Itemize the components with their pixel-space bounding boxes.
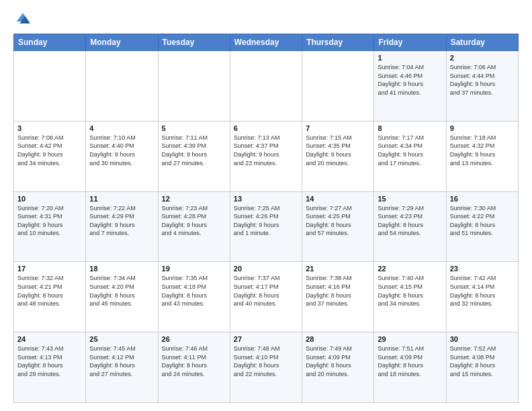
day-number: 21 [306, 265, 370, 273]
calendar-body: 1Sunrise: 7:04 AM Sunset: 4:46 PM Daylig… [14, 51, 519, 403]
day-info: Sunrise: 7:15 AM Sunset: 4:35 PM Dayligh… [306, 134, 370, 167]
day-cell [230, 51, 302, 122]
weekday-header-wednesday: Wednesday [230, 34, 302, 51]
day-info: Sunrise: 7:29 AM Sunset: 4:23 PM Dayligh… [378, 204, 442, 238]
day-cell: 21Sunrise: 7:38 AM Sunset: 4:16 PM Dayli… [302, 262, 374, 332]
day-cell [14, 51, 86, 122]
day-cell: 25Sunrise: 7:45 AM Sunset: 4:12 PM Dayli… [86, 332, 158, 403]
day-info: Sunrise: 7:30 AM Sunset: 4:22 PM Dayligh… [450, 204, 515, 238]
day-number: 16 [450, 195, 515, 203]
day-number: 3 [17, 124, 82, 132]
day-number: 5 [162, 124, 226, 132]
week-row-3: 10Sunrise: 7:20 AM Sunset: 4:31 PM Dayli… [14, 191, 519, 262]
day-info: Sunrise: 7:32 AM Sunset: 4:21 PM Dayligh… [17, 274, 82, 308]
day-number: 18 [89, 265, 154, 273]
day-cell: 12Sunrise: 7:23 AM Sunset: 4:28 PM Dayli… [158, 191, 230, 262]
day-number: 6 [234, 124, 298, 132]
day-info: Sunrise: 7:20 AM Sunset: 4:31 PM Dayligh… [17, 204, 82, 238]
day-number: 2 [450, 54, 515, 62]
day-cell [302, 51, 374, 122]
week-row-5: 24Sunrise: 7:43 AM Sunset: 4:13 PM Dayli… [14, 332, 519, 403]
day-info: Sunrise: 7:18 AM Sunset: 4:32 PM Dayligh… [450, 134, 515, 167]
day-cell: 5Sunrise: 7:11 AM Sunset: 4:39 PM Daylig… [158, 121, 230, 191]
week-row-1: 1Sunrise: 7:04 AM Sunset: 4:46 PM Daylig… [14, 51, 519, 122]
header [13, 11, 519, 27]
day-info: Sunrise: 7:40 AM Sunset: 4:15 PM Dayligh… [378, 274, 442, 308]
day-number: 24 [17, 335, 82, 343]
day-number: 12 [162, 195, 226, 203]
day-cell: 13Sunrise: 7:25 AM Sunset: 4:26 PM Dayli… [230, 191, 302, 262]
weekday-header-monday: Monday [86, 34, 158, 51]
day-cell: 14Sunrise: 7:27 AM Sunset: 4:25 PM Dayli… [302, 191, 374, 262]
day-cell: 23Sunrise: 7:42 AM Sunset: 4:14 PM Dayli… [446, 262, 518, 332]
day-cell: 27Sunrise: 7:48 AM Sunset: 4:10 PM Dayli… [230, 332, 302, 403]
week-row-2: 3Sunrise: 7:08 AM Sunset: 4:42 PM Daylig… [14, 121, 519, 191]
day-cell: 17Sunrise: 7:32 AM Sunset: 4:21 PM Dayli… [14, 262, 86, 332]
day-info: Sunrise: 7:13 AM Sunset: 4:37 PM Dayligh… [234, 134, 298, 167]
logo [13, 11, 35, 27]
calendar-header: SundayMondayTuesdayWednesdayThursdayFrid… [14, 34, 519, 51]
day-info: Sunrise: 7:17 AM Sunset: 4:34 PM Dayligh… [378, 134, 442, 167]
day-info: Sunrise: 7:22 AM Sunset: 4:29 PM Dayligh… [89, 204, 154, 238]
day-info: Sunrise: 7:10 AM Sunset: 4:40 PM Dayligh… [89, 134, 154, 167]
week-row-4: 17Sunrise: 7:32 AM Sunset: 4:21 PM Dayli… [14, 262, 519, 332]
day-info: Sunrise: 7:49 AM Sunset: 4:09 PM Dayligh… [306, 345, 370, 378]
day-info: Sunrise: 7:25 AM Sunset: 4:26 PM Dayligh… [234, 204, 298, 238]
day-info: Sunrise: 7:27 AM Sunset: 4:25 PM Dayligh… [306, 204, 370, 238]
weekday-header-saturday: Saturday [446, 34, 518, 51]
day-info: Sunrise: 7:43 AM Sunset: 4:13 PM Dayligh… [17, 345, 82, 378]
day-cell: 2Sunrise: 7:06 AM Sunset: 4:44 PM Daylig… [446, 51, 518, 122]
day-cell: 29Sunrise: 7:51 AM Sunset: 4:09 PM Dayli… [374, 332, 446, 403]
day-info: Sunrise: 7:06 AM Sunset: 4:44 PM Dayligh… [450, 63, 515, 97]
day-info: Sunrise: 7:11 AM Sunset: 4:39 PM Dayligh… [162, 134, 226, 167]
day-number: 1 [378, 54, 442, 62]
day-number: 15 [378, 195, 442, 203]
day-cell: 26Sunrise: 7:46 AM Sunset: 4:11 PM Dayli… [158, 332, 230, 403]
day-number: 20 [234, 265, 298, 273]
day-number: 9 [450, 124, 515, 132]
logo-icon [13, 11, 32, 27]
day-info: Sunrise: 7:52 AM Sunset: 4:08 PM Dayligh… [450, 345, 515, 378]
day-cell [158, 51, 230, 122]
day-info: Sunrise: 7:51 AM Sunset: 4:09 PM Dayligh… [378, 345, 442, 378]
day-cell: 6Sunrise: 7:13 AM Sunset: 4:37 PM Daylig… [230, 121, 302, 191]
day-number: 8 [378, 124, 442, 132]
day-info: Sunrise: 7:08 AM Sunset: 4:42 PM Dayligh… [17, 134, 82, 167]
day-number: 26 [162, 335, 226, 343]
weekday-header-thursday: Thursday [302, 34, 374, 51]
day-info: Sunrise: 7:46 AM Sunset: 4:11 PM Dayligh… [162, 345, 226, 378]
day-cell: 3Sunrise: 7:08 AM Sunset: 4:42 PM Daylig… [14, 121, 86, 191]
day-cell: 20Sunrise: 7:37 AM Sunset: 4:17 PM Dayli… [230, 262, 302, 332]
day-cell: 8Sunrise: 7:17 AM Sunset: 4:34 PM Daylig… [374, 121, 446, 191]
day-cell [86, 51, 158, 122]
day-number: 7 [306, 124, 370, 132]
day-cell: 28Sunrise: 7:49 AM Sunset: 4:09 PM Dayli… [302, 332, 374, 403]
day-info: Sunrise: 7:37 AM Sunset: 4:17 PM Dayligh… [234, 274, 298, 308]
day-cell: 30Sunrise: 7:52 AM Sunset: 4:08 PM Dayli… [446, 332, 518, 403]
day-number: 25 [89, 335, 154, 343]
day-number: 27 [234, 335, 298, 343]
day-info: Sunrise: 7:35 AM Sunset: 4:18 PM Dayligh… [162, 274, 226, 308]
day-number: 14 [306, 195, 370, 203]
day-cell: 16Sunrise: 7:30 AM Sunset: 4:22 PM Dayli… [446, 191, 518, 262]
day-number: 28 [306, 335, 370, 343]
day-cell: 22Sunrise: 7:40 AM Sunset: 4:15 PM Dayli… [374, 262, 446, 332]
calendar-table: SundayMondayTuesdayWednesdayThursdayFrid… [13, 34, 519, 403]
day-number: 4 [89, 124, 154, 132]
weekday-header-sunday: Sunday [14, 34, 86, 51]
day-number: 23 [450, 265, 515, 273]
weekday-header-row: SundayMondayTuesdayWednesdayThursdayFrid… [14, 34, 519, 51]
day-cell: 19Sunrise: 7:35 AM Sunset: 4:18 PM Dayli… [158, 262, 230, 332]
day-number: 17 [17, 265, 82, 273]
day-info: Sunrise: 7:34 AM Sunset: 4:20 PM Dayligh… [89, 274, 154, 308]
day-cell: 18Sunrise: 7:34 AM Sunset: 4:20 PM Dayli… [86, 262, 158, 332]
day-number: 30 [450, 335, 515, 343]
day-info: Sunrise: 7:38 AM Sunset: 4:16 PM Dayligh… [306, 274, 370, 308]
day-number: 13 [234, 195, 298, 203]
day-cell: 7Sunrise: 7:15 AM Sunset: 4:35 PM Daylig… [302, 121, 374, 191]
day-info: Sunrise: 7:45 AM Sunset: 4:12 PM Dayligh… [89, 345, 154, 378]
day-number: 19 [162, 265, 226, 273]
page: SundayMondayTuesdayWednesdayThursdayFrid… [0, 0, 532, 411]
day-info: Sunrise: 7:42 AM Sunset: 4:14 PM Dayligh… [450, 274, 515, 308]
day-cell: 10Sunrise: 7:20 AM Sunset: 4:31 PM Dayli… [14, 191, 86, 262]
